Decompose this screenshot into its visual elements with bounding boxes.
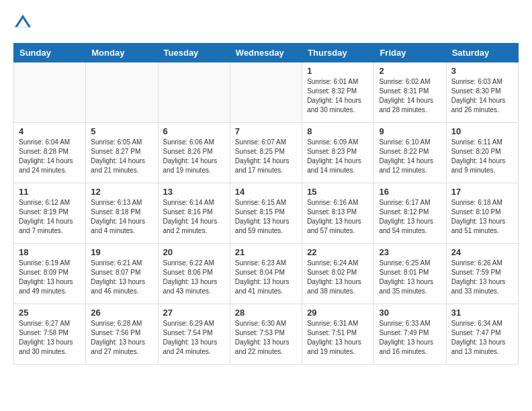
day-info: Sunrise: 6:21 AM Sunset: 8:07 PM Dayligh… [91,259,152,296]
day-number: 1 [307,66,369,76]
day-number: 9 [379,126,441,136]
day-info: Sunrise: 6:31 AM Sunset: 7:51 PM Dayligh… [307,319,369,357]
day-info: Sunrise: 6:11 AM Sunset: 8:20 PM Dayligh… [451,138,513,175]
day-number: 30 [379,308,441,318]
calendar-cell: 15Sunrise: 6:16 AM Sunset: 8:13 PM Dayli… [302,183,374,244]
calendar-week-row: 4Sunrise: 6:04 AM Sunset: 8:28 PM Daylig… [14,123,519,183]
day-number: 5 [91,126,152,136]
calendar-cell: 27Sunrise: 6:29 AM Sunset: 7:54 PM Dayli… [158,304,230,365]
day-number: 11 [19,187,81,197]
day-info: Sunrise: 6:06 AM Sunset: 8:26 PM Dayligh… [163,138,225,175]
day-number: 16 [379,187,441,197]
day-info: Sunrise: 6:13 AM Sunset: 8:18 PM Dayligh… [91,198,152,236]
calendar-cell: 12Sunrise: 6:13 AM Sunset: 8:18 PM Dayli… [86,183,158,244]
calendar-week-row: 11Sunrise: 6:12 AM Sunset: 8:19 PM Dayli… [14,183,519,244]
calendar-cell: 8Sunrise: 6:09 AM Sunset: 8:23 PM Daylig… [302,123,374,183]
day-number: 28 [235,308,297,318]
calendar-cell: 4Sunrise: 6:04 AM Sunset: 8:28 PM Daylig… [14,123,86,183]
day-info: Sunrise: 6:30 AM Sunset: 7:53 PM Dayligh… [235,319,297,357]
calendar-cell: 29Sunrise: 6:31 AM Sunset: 7:51 PM Dayli… [302,304,374,365]
calendar-cell: 11Sunrise: 6:12 AM Sunset: 8:19 PM Dayli… [14,183,86,244]
calendar-cell [158,62,230,123]
header-tuesday: Tuesday [158,44,230,62]
header-thursday: Thursday [302,44,374,62]
day-number: 2 [379,66,441,76]
day-info: Sunrise: 6:26 AM Sunset: 7:59 PM Dayligh… [451,259,513,296]
calendar-cell: 22Sunrise: 6:24 AM Sunset: 8:02 PM Dayli… [302,244,374,304]
calendar-cell: 3Sunrise: 6:03 AM Sunset: 8:30 PM Daylig… [446,62,518,123]
calendar-cell: 31Sunrise: 6:34 AM Sunset: 7:47 PM Dayli… [446,304,518,365]
header-friday: Friday [374,44,446,62]
day-number: 15 [307,187,369,197]
day-number: 26 [91,308,152,318]
day-number: 18 [19,247,81,257]
day-info: Sunrise: 6:18 AM Sunset: 8:10 PM Dayligh… [451,198,513,236]
day-info: Sunrise: 6:34 AM Sunset: 7:47 PM Dayligh… [451,319,513,357]
calendar-cell: 19Sunrise: 6:21 AM Sunset: 8:07 PM Dayli… [86,244,158,304]
day-info: Sunrise: 6:04 AM Sunset: 8:28 PM Dayligh… [19,138,81,175]
day-number: 22 [307,247,369,257]
calendar-cell: 24Sunrise: 6:26 AM Sunset: 7:59 PM Dayli… [446,244,518,304]
day-info: Sunrise: 6:28 AM Sunset: 7:56 PM Dayligh… [91,319,152,357]
calendar-cell: 23Sunrise: 6:25 AM Sunset: 8:01 PM Dayli… [374,244,446,304]
day-number: 25 [19,308,81,318]
day-info: Sunrise: 6:22 AM Sunset: 8:06 PM Dayligh… [163,259,225,296]
day-number: 13 [163,187,225,197]
day-info: Sunrise: 6:23 AM Sunset: 8:04 PM Dayligh… [235,259,297,296]
header-wednesday: Wednesday [230,44,302,62]
day-info: Sunrise: 6:25 AM Sunset: 8:01 PM Dayligh… [379,259,441,296]
day-info: Sunrise: 6:09 AM Sunset: 8:23 PM Dayligh… [307,138,369,175]
day-number: 7 [235,126,297,136]
calendar-cell: 18Sunrise: 6:19 AM Sunset: 8:09 PM Dayli… [14,244,86,304]
day-info: Sunrise: 6:15 AM Sunset: 8:15 PM Dayligh… [235,198,297,236]
day-number: 6 [163,126,225,136]
day-info: Sunrise: 6:03 AM Sunset: 8:30 PM Dayligh… [451,77,513,115]
day-number: 20 [163,247,225,257]
day-number: 8 [307,126,369,136]
calendar-cell: 20Sunrise: 6:22 AM Sunset: 8:06 PM Dayli… [158,244,230,304]
day-number: 19 [91,247,152,257]
day-number: 4 [19,126,81,136]
calendar-cell: 14Sunrise: 6:15 AM Sunset: 8:15 PM Dayli… [230,183,302,244]
calendar-week-row: 18Sunrise: 6:19 AM Sunset: 8:09 PM Dayli… [14,244,519,304]
page-header [13,13,519,32]
calendar-cell [230,62,302,123]
calendar-header-row: SundayMondayTuesdayWednesdayThursdayFrid… [14,44,519,62]
calendar-cell: 10Sunrise: 6:11 AM Sunset: 8:20 PM Dayli… [446,123,518,183]
calendar-cell [14,62,86,123]
day-number: 31 [451,308,513,318]
calendar-cell: 21Sunrise: 6:23 AM Sunset: 8:04 PM Dayli… [230,244,302,304]
calendar-cell: 26Sunrise: 6:28 AM Sunset: 7:56 PM Dayli… [86,304,158,365]
day-info: Sunrise: 6:12 AM Sunset: 8:19 PM Dayligh… [19,198,81,236]
day-info: Sunrise: 6:14 AM Sunset: 8:16 PM Dayligh… [163,198,225,236]
calendar-table: SundayMondayTuesdayWednesdayThursdayFrid… [13,43,519,365]
day-info: Sunrise: 6:24 AM Sunset: 8:02 PM Dayligh… [307,259,369,296]
day-info: Sunrise: 6:17 AM Sunset: 8:12 PM Dayligh… [379,198,441,236]
day-number: 24 [451,247,513,257]
header-sunday: Sunday [14,44,86,62]
day-info: Sunrise: 6:02 AM Sunset: 8:31 PM Dayligh… [379,77,441,115]
day-number: 12 [91,187,152,197]
day-info: Sunrise: 6:29 AM Sunset: 7:54 PM Dayligh… [163,319,225,357]
calendar-cell: 25Sunrise: 6:27 AM Sunset: 7:58 PM Dayli… [14,304,86,365]
calendar-week-row: 25Sunrise: 6:27 AM Sunset: 7:58 PM Dayli… [14,304,519,365]
header-monday: Monday [86,44,158,62]
day-number: 17 [451,187,513,197]
calendar-cell: 9Sunrise: 6:10 AM Sunset: 8:22 PM Daylig… [374,123,446,183]
logo-icon [13,13,32,32]
day-info: Sunrise: 6:19 AM Sunset: 8:09 PM Dayligh… [19,259,81,296]
day-info: Sunrise: 6:27 AM Sunset: 7:58 PM Dayligh… [19,319,81,357]
calendar-cell: 28Sunrise: 6:30 AM Sunset: 7:53 PM Dayli… [230,304,302,365]
day-info: Sunrise: 6:33 AM Sunset: 7:49 PM Dayligh… [379,319,441,357]
day-number: 23 [379,247,441,257]
day-info: Sunrise: 6:16 AM Sunset: 8:13 PM Dayligh… [307,198,369,236]
calendar-cell: 2Sunrise: 6:02 AM Sunset: 8:31 PM Daylig… [374,62,446,123]
calendar-cell: 17Sunrise: 6:18 AM Sunset: 8:10 PM Dayli… [446,183,518,244]
day-number: 3 [451,66,513,76]
calendar-cell: 13Sunrise: 6:14 AM Sunset: 8:16 PM Dayli… [158,183,230,244]
calendar-cell: 16Sunrise: 6:17 AM Sunset: 8:12 PM Dayli… [374,183,446,244]
day-info: Sunrise: 6:07 AM Sunset: 8:25 PM Dayligh… [235,138,297,175]
day-info: Sunrise: 6:01 AM Sunset: 8:32 PM Dayligh… [307,77,369,115]
logo [13,13,35,32]
day-number: 21 [235,247,297,257]
